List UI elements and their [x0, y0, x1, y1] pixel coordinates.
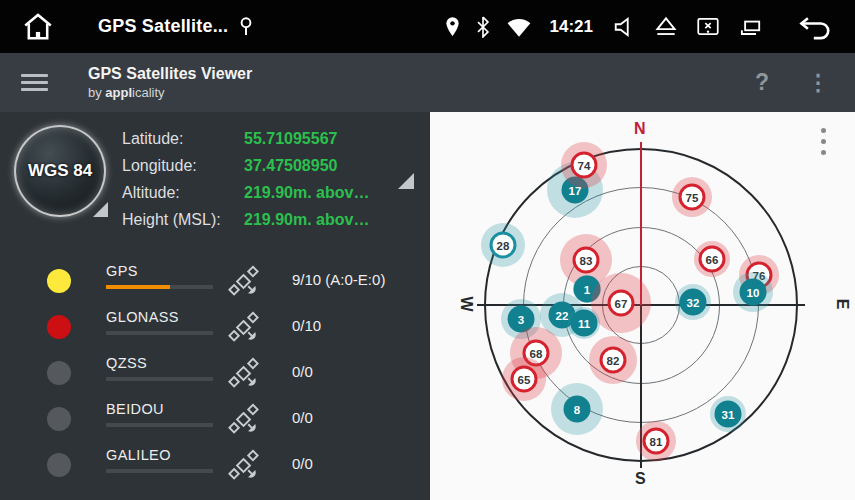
coordinates-table: Latitude:55.71095567 Longitude:37.475089… — [122, 125, 426, 233]
system-row-gps[interactable]: GPS 9/10 (A:0-E:0) — [0, 258, 430, 304]
help-button[interactable]: ? — [755, 69, 769, 96]
system-row-qzss[interactable]: QZSS 0/0 — [0, 350, 430, 396]
satellite-badge: 83 — [573, 247, 600, 274]
satellite-badge: 32 — [680, 289, 707, 316]
latitude-value: 55.71095567 — [244, 130, 337, 148]
status-bar: GPS Satellite... 14:21 — [0, 0, 855, 53]
coordinates-section: WGS 84 Latitude:55.71095567 Longitude:37… — [14, 125, 426, 233]
bluetooth-icon — [476, 16, 490, 38]
system-name: BEIDOU — [106, 401, 164, 417]
satellite-count: 0/0 — [292, 409, 313, 426]
page-subtitle: by applicality — [88, 85, 252, 100]
back-icon[interactable] — [797, 14, 833, 40]
system-name: GLONASS — [106, 309, 179, 325]
app-title: GPS Satellite... — [98, 16, 228, 37]
altitude-label: Altitude: — [122, 184, 244, 202]
longitude-label: Longitude: — [122, 157, 244, 175]
height-msl-value: 219.90m. abov… — [244, 211, 369, 229]
signal-bar — [106, 423, 213, 427]
system-row-glonass[interactable]: GLONASS 0/10 — [0, 304, 430, 350]
satellite-badge: 10 — [740, 279, 767, 306]
satellite-count: 0/0 — [292, 455, 313, 472]
recent-apps-icon[interactable] — [737, 15, 763, 39]
system-name: GALILEO — [106, 447, 171, 463]
satellite-badge: 8 — [564, 396, 591, 423]
datum-label: WGS 84 — [28, 161, 92, 181]
satellite-icon — [227, 265, 260, 298]
system-row-beidou[interactable]: BEIDOU 0/0 — [0, 396, 430, 442]
home-icon[interactable] — [20, 10, 56, 44]
satellite-icon — [227, 357, 260, 390]
status-dot — [47, 407, 71, 431]
signal-bar — [106, 469, 213, 473]
satellite-badge: 75 — [679, 184, 706, 211]
status-dot — [47, 269, 71, 293]
coords-expander-icon[interactable] — [398, 173, 414, 189]
menu-icon[interactable] — [21, 70, 48, 95]
satellite-badge: 28 — [490, 232, 517, 259]
signal-bar — [106, 285, 213, 289]
status-dot — [47, 361, 71, 385]
system-name: GPS — [106, 263, 138, 279]
satellite-badge: 66 — [699, 246, 726, 273]
page-title: GPS Satellites Viewer — [88, 65, 252, 83]
volume-icon[interactable] — [613, 15, 637, 39]
satellite-badge: 67 — [608, 290, 635, 317]
satellite-badge: 82 — [600, 347, 627, 374]
info-panel: WGS 84 Latitude:55.71095567 Longitude:37… — [0, 112, 430, 500]
datum-globe[interactable]: WGS 84 — [14, 125, 106, 217]
status-dot — [47, 315, 71, 339]
satellite-icon — [227, 311, 260, 344]
satellite-count: 0/10 — [292, 317, 321, 334]
globe-expander-icon — [93, 202, 108, 217]
satellite-count: 9/10 (A:0-E:0) — [292, 271, 385, 288]
system-row-galileo[interactable]: GALILEO 0/0 — [0, 442, 430, 488]
location-icon — [445, 16, 460, 38]
satellite-badge: 31 — [715, 401, 742, 428]
plot-overflow-menu-icon[interactable] — [821, 128, 827, 161]
status-dot — [47, 453, 71, 477]
satellite-badge: 81 — [643, 428, 670, 455]
satellite-badge: 74 — [571, 152, 598, 179]
satellite-icon — [227, 449, 260, 482]
altitude-value: 219.90m. abov… — [244, 184, 369, 202]
satellite-systems-list: GPS 9/10 (A:0-E:0) GLONASS 0/10 QZSS — [0, 258, 430, 488]
toolbar: GPS Satellites Viewer by applicality ? ⋮ — [0, 53, 855, 112]
signal-bar — [106, 331, 213, 335]
screen-off-icon[interactable] — [695, 15, 721, 39]
satellite-count: 0/0 — [292, 363, 313, 380]
satellite-badge: 11 — [571, 310, 598, 337]
height-msl-label: Height (MSL): — [122, 211, 244, 229]
eject-icon[interactable] — [653, 15, 679, 39]
location-pin-icon — [238, 16, 254, 38]
wifi-icon — [506, 16, 532, 38]
overflow-menu-icon[interactable]: ⋮ — [807, 70, 829, 96]
signal-bar — [106, 377, 213, 381]
west-label: W — [457, 296, 475, 311]
satellite-icon — [227, 403, 260, 436]
south-label: S — [635, 470, 646, 488]
longitude-value: 37.47508950 — [244, 157, 337, 175]
toolbar-titles: GPS Satellites Viewer by applicality — [88, 65, 252, 100]
status-icons: 14:21 — [429, 14, 833, 40]
system-name: QZSS — [106, 355, 147, 371]
clock: 14:21 — [550, 17, 593, 37]
latitude-label: Latitude: — [122, 130, 244, 148]
sky-plot: N S W E 17747528836676101673232211688265… — [430, 112, 855, 500]
east-label: E — [833, 299, 851, 310]
satellite-badge: 65 — [511, 366, 538, 393]
north-label: N — [634, 120, 646, 138]
